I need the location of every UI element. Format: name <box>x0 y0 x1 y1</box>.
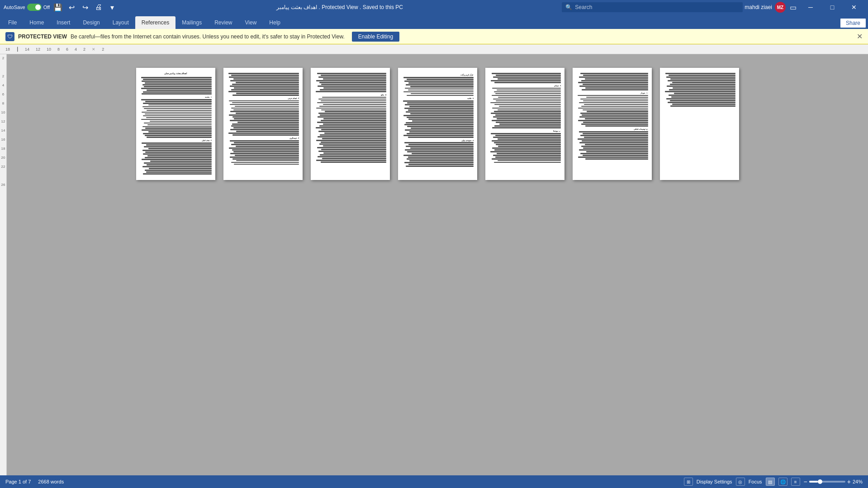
document-canvas[interactable]: اهداف بعثت پیامبر صلی ۱. مقدمه <box>7 54 868 475</box>
zoom-controls: − + 24% <box>804 478 863 485</box>
shield-icon: 🛡 <box>5 32 14 41</box>
display-settings-button[interactable]: ⊞ <box>684 478 693 486</box>
ruler-num-12: 12 <box>36 47 40 52</box>
zoom-out-button[interactable]: − <box>804 478 807 485</box>
word-count: 2668 words <box>38 479 64 484</box>
statusbar-left: Page 1 of 7 2668 words <box>5 479 64 484</box>
page-3-content: ۵. منابع <box>311 68 390 168</box>
tab-view[interactable]: View <box>239 16 263 29</box>
ruler-num-6: 6 <box>66 47 68 52</box>
customize-button[interactable]: ▾ <box>107 2 118 13</box>
search-box[interactable]: 🔍 Search <box>562 2 743 12</box>
enable-editing-button[interactable]: Enable Editing <box>352 32 399 42</box>
view-outline[interactable]: ≡ <box>791 478 800 486</box>
ruler-num-4: 4 <box>75 47 77 52</box>
left-ruler-6: 6 <box>2 92 4 101</box>
close-protected-bar-button[interactable]: ✕ <box>857 32 863 41</box>
protected-view-bar: 🛡 PROTECTED VIEW Be careful—files from t… <box>0 29 868 44</box>
page-7 <box>660 68 739 180</box>
tab-insert[interactable]: Insert <box>50 16 76 29</box>
left-ruler-2: 2 <box>2 56 4 65</box>
page-1-title: اهداف بعثت پیامبر صلی <box>140 72 212 75</box>
autosave-area: AutoSave Off <box>4 4 50 11</box>
zoom-slider[interactable] <box>809 481 845 483</box>
page-info: Page 1 of 7 <box>5 479 31 484</box>
page-1: اهداف بعثت پیامبر صلی ۱. مقدمه <box>136 68 215 180</box>
tab-file[interactable]: File <box>2 16 23 29</box>
tab-help[interactable]: Help <box>263 16 287 29</box>
display-settings-label: Display Settings <box>697 479 732 484</box>
tab-design[interactable]: Design <box>76 16 106 29</box>
page-2-section: ۳. اهداف فرعی <box>227 97 299 100</box>
tab-references[interactable]: References <box>135 16 175 29</box>
page-4: قرآن کریم و آیات ۷. خلاصه <box>398 68 477 180</box>
page-5-section2: ب. پیوندها <box>489 130 561 133</box>
left-ruler-12: 12 <box>1 119 5 128</box>
ribbon-tabs: File Home Insert Design Layout Reference… <box>0 14 868 29</box>
user-avatar[interactable]: MZ <box>775 2 786 13</box>
window-controls: ─ □ ✕ <box>800 0 864 14</box>
autosave-label: AutoSave <box>4 5 25 10</box>
user-name: mahdi ziaei <box>745 4 772 10</box>
ruler-num-10: 10 <box>47 47 51 52</box>
ruler-num-18: 18 <box>5 47 10 52</box>
zoom-in-button[interactable]: + <box>847 478 851 485</box>
view-web[interactable]: 🌐 <box>778 478 787 486</box>
tab-home[interactable]: Home <box>23 16 50 29</box>
redo-button[interactable]: ↪ <box>80 2 90 13</box>
ruler-numbers: 18 ┃ 14 12 10 8 6 4 2 ✕ 2 <box>2 47 104 52</box>
undo-button[interactable]: ↩ <box>66 2 77 13</box>
left-ruler-20: 20 <box>1 156 5 165</box>
page-4-section2: ۸. جمع‌بندی نهایی <box>402 139 474 142</box>
ruler-num-14: 14 <box>25 47 29 52</box>
zoom-slider-thumb <box>818 479 822 484</box>
view-print-layout[interactable]: ▤ <box>766 478 775 486</box>
search-placeholder: Search <box>575 4 592 10</box>
page-2-content: ۳. اهداف فرعی <box>223 68 303 170</box>
tab-layout[interactable]: Layout <box>106 16 135 29</box>
autosave-state: Off <box>43 5 50 10</box>
user-area: mahdi ziaei MZ <box>745 2 786 13</box>
user-initials: MZ <box>777 5 783 10</box>
page-6-content: ۱۰. نمودار <box>573 68 652 165</box>
print-button[interactable]: 🖨 <box>93 2 104 13</box>
page-4-section: ۷. خلاصه <box>402 97 474 100</box>
minimize-button[interactable]: ─ <box>800 0 821 14</box>
close-button[interactable]: ✕ <box>844 0 864 14</box>
ruler-num-8: 8 <box>57 47 60 52</box>
maximize-button[interactable]: □ <box>822 0 843 14</box>
save-button[interactable]: 💾 <box>52 2 63 13</box>
page-2-section2: ۴. نتیجه‌گیری <box>227 137 299 140</box>
left-ruler-18: 18 <box>1 147 5 156</box>
left-ruler-26: 26 <box>1 183 5 192</box>
statusbar: Page 1 of 7 2668 words ⊞ Display Setting… <box>0 475 868 488</box>
titlebar-center: اهداف بعثت پیامبر . Protected View . Sav… <box>118 4 562 10</box>
page-1-section: ۱. مقدمه <box>140 96 212 99</box>
share-button[interactable]: Share <box>840 18 866 28</box>
ruler-marker: ┃ <box>16 47 19 52</box>
page-3: ۵. منابع <box>311 68 390 180</box>
left-ruler-8: 8 <box>2 101 4 110</box>
left-ruler-4: 4 <box>2 83 4 92</box>
focus-label: Focus <box>749 479 762 484</box>
protected-view-message: Be careful—files from the Internet can c… <box>71 33 345 40</box>
focus-button[interactable]: ◎ <box>736 478 745 486</box>
left-ruler-16: 16 <box>1 137 5 147</box>
main-area: 2 2 4 6 8 10 12 14 16 18 20 22 26 اهداف … <box>0 54 868 475</box>
page-7-content <box>660 68 739 112</box>
left-ruler-10: 10 <box>1 110 5 119</box>
page-5-section: ۹. ضمائم <box>489 85 561 87</box>
zoom-slider-fill <box>809 481 818 483</box>
ruler-num-2r: 2 <box>102 47 104 52</box>
titlebar: AutoSave Off 💾 ↩ ↪ 🖨 ▾ اهداف بعثت پیامبر… <box>0 0 868 14</box>
ribbon-display-button[interactable]: ▭ <box>787 2 798 13</box>
ruler: 18 ┃ 14 12 10 8 6 4 2 ✕ 2 <box>0 44 868 54</box>
page-2: ۳. اهداف فرعی <box>223 68 303 180</box>
page-5: ۹. ضمائم <box>485 68 564 180</box>
autosave-toggle-switch[interactable] <box>27 4 42 11</box>
tab-review[interactable]: Review <box>208 16 238 29</box>
left-ruler-22: 22 <box>1 165 5 174</box>
left-ruler-14: 14 <box>1 128 5 137</box>
statusbar-right: ⊞ Display Settings ◎ Focus ▤ 🌐 ≡ − + 24% <box>684 478 863 486</box>
tab-mailings[interactable]: Mailings <box>175 16 208 29</box>
